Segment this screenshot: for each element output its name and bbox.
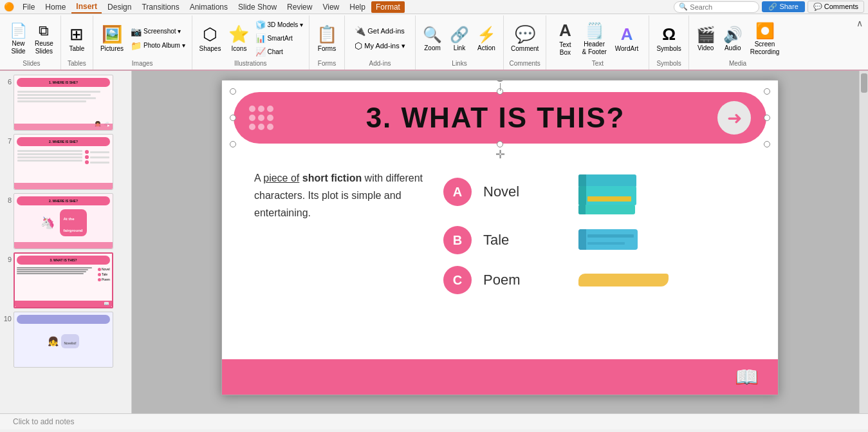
answer-text-a: Novel (483, 183, 554, 200)
reuse-slides-button[interactable]: ⧉ Reuse Slides (32, 21, 57, 57)
question-text-block[interactable]: A piece of short fiction with different … (254, 169, 428, 222)
header-footer-button[interactable]: 🗒️ Header & Footer (578, 20, 609, 57)
arrow-right-icon: ➜ (727, 108, 742, 129)
search-input[interactable] (690, 3, 754, 11)
insert-menu[interactable]: Insert (71, 1, 102, 14)
forms-button[interactable]: 📋 Forms (313, 23, 340, 54)
selection-handle-topright[interactable] (764, 88, 770, 95)
ribbon-group-addins: 🔌 Get Add-ins ⬡ My Add-ins ▾ Add-ins (345, 15, 416, 70)
arrow-right-button[interactable]: ➜ (717, 101, 751, 135)
selection-handle-right[interactable] (764, 115, 770, 121)
comments-button[interactable]: 💬 Comments (808, 1, 864, 13)
search-box[interactable]: 🔍 (674, 1, 759, 13)
ribbon-group-comments: 💬 Comment Comments (504, 15, 546, 70)
chart-button[interactable]: 📈 Chart (254, 46, 305, 58)
pictures-button[interactable]: 🖼️ Pictures (97, 23, 127, 54)
link-button[interactable]: 🔗 Link (447, 24, 472, 53)
notes-placeholder: Click to add notes (13, 417, 74, 426)
slide-9-thumbnail: 3. WHAT IS THIS? Novel Tale Poem (14, 252, 113, 308)
forms-icon: 📋 (317, 24, 337, 44)
selection-handle-left[interactable] (230, 115, 236, 121)
shapes-button[interactable]: ⬡ Shapes (196, 23, 225, 54)
notes-bar[interactable]: Click to add notes (0, 413, 868, 429)
format-menu[interactable]: Format (371, 1, 405, 13)
ribbon-group-images: 🖼️ Pictures 📷 Screenshot ▾ 📁 Photo Album… (93, 15, 192, 70)
slide-thumb-9[interactable]: 9 3. WHAT IS THIS? Novel Tale Poem (3, 252, 129, 308)
zoom-button[interactable]: 🔍 Zoom (420, 24, 445, 53)
selection-handle-bottomright[interactable] (764, 141, 770, 147)
title-bar: 🟠 File Home Insert Design Transitions An… (0, 0, 868, 14)
symbols-group-label: Symbols (656, 60, 681, 68)
slide-panel: 6 1. WHERE IS SHE? 👧 ☁️ ▸ (0, 71, 132, 413)
rotation-handle[interactable]: ↻ (495, 80, 504, 91)
video-button[interactable]: 🎬 Video (693, 24, 719, 53)
slide-9-number: 9 (3, 252, 12, 263)
view-menu[interactable]: View (318, 1, 344, 13)
smartart-button[interactable]: 📊 SmartArt (254, 32, 305, 44)
screenshot-icon: 📷 (131, 26, 142, 37)
slide-10-number: 10 (3, 312, 12, 323)
table-icon: ⊞ (69, 24, 84, 44)
ribbon-group-illustrations: ⬡ Shapes ⭐ Icons 🧊 3D Models ▾ 📊 SmartAr… (192, 15, 310, 70)
slide-thumb-7[interactable]: 7 2. WHERE IS SHE? (3, 134, 129, 190)
screen-recording-button[interactable]: ⏺️ Screen Recording (747, 20, 783, 57)
share-icon: 🔗 (768, 3, 777, 10)
icons-button[interactable]: ⭐ Icons (225, 23, 252, 54)
screenshot-button[interactable]: 📷 Screenshot ▾ (128, 25, 187, 38)
file-menu[interactable]: File (18, 1, 39, 13)
chart-icon: 📈 (255, 47, 266, 57)
get-addins-button[interactable]: 🔌 Get Add-ins (352, 24, 407, 37)
design-menu[interactable]: Design (103, 1, 136, 13)
images-group-label: Images (132, 60, 153, 68)
link-icon: 🔗 (450, 26, 469, 44)
selection-handle-bottomleft[interactable] (230, 141, 236, 147)
wordart-button[interactable]: A WordArt (612, 23, 642, 54)
answer-badge-b: B (443, 226, 472, 254)
slide-thumb-10[interactable]: 10 👧 Novelist! (3, 312, 129, 368)
answer-text-b: Tale (483, 232, 554, 249)
header-footer-icon: 🗒️ (585, 22, 604, 40)
my-addins-icon: ⬡ (355, 41, 362, 51)
slide-8-thumbnail: 2. WHERE IS SHE? 🦄 At thefairground (14, 193, 113, 249)
question-text: A piece of short fiction with different … (254, 169, 428, 222)
answer-row-a[interactable]: A Novel (443, 169, 752, 214)
audio-button[interactable]: 🔊 Audio (720, 24, 746, 53)
slide-thumb-8[interactable]: 8 2. WHERE IS SHE? 🦄 At thefairground (3, 193, 129, 249)
review-menu[interactable]: Review (282, 1, 317, 13)
action-icon: ⚡ (477, 26, 496, 44)
screen-recording-icon: ⏺️ (755, 22, 775, 40)
3d-models-button[interactable]: 🧊 3D Models ▾ (254, 19, 305, 31)
home-menu[interactable]: Home (41, 1, 70, 13)
move-handle[interactable]: ✛ (495, 147, 505, 162)
transitions-menu[interactable]: Transitions (137, 1, 183, 13)
app-logo: 🟠 (4, 2, 14, 12)
canvas-scrollbar[interactable] (859, 71, 868, 413)
table-button[interactable]: ⊞ Table (66, 23, 88, 54)
animations-menu[interactable]: Animations (185, 1, 232, 13)
selection-handle-topleft[interactable] (230, 88, 236, 95)
selection-handle-bottom[interactable] (497, 141, 503, 147)
answer-row-c[interactable]: C Poem (443, 266, 752, 294)
comments-ribbon-group-label: Comments (510, 60, 540, 68)
comment-button[interactable]: 💬 Comment (508, 23, 542, 54)
links-group-label: Links (452, 60, 466, 68)
open-book-footer-icon: 📖 (735, 366, 759, 388)
text-group-label: Text (592, 60, 604, 68)
symbols-button[interactable]: Ω Symbols (653, 23, 684, 54)
text-box-button[interactable]: A Text Box (553, 19, 577, 58)
help-menu[interactable]: Help (345, 1, 370, 13)
slide-10-thumbnail: 👧 Novelist! (14, 312, 113, 368)
answer-text-c: Poem (483, 272, 554, 288)
answers-block: A Novel (443, 169, 752, 294)
photo-album-button[interactable]: 📁 Photo Album ▾ (128, 39, 187, 52)
ribbon-collapse-button[interactable]: ∧ (854, 15, 865, 70)
ribbon: 📄 New Slide ⧉ Reuse Slides Slides ⊞ Tabl… (0, 14, 868, 71)
slide-thumb-6[interactable]: 6 1. WHERE IS SHE? 👧 ☁️ ▸ (3, 75, 129, 131)
ribbon-group-tables: ⊞ Table Tables (61, 15, 93, 70)
answer-row-b[interactable]: B Tale (443, 226, 752, 254)
action-button[interactable]: ⚡ Action (474, 24, 499, 53)
new-slide-button[interactable]: 📄 New Slide (6, 21, 30, 57)
my-addins-button[interactable]: ⬡ My Add-ins ▾ (352, 39, 407, 52)
slideshow-menu[interactable]: Slide Show (234, 1, 281, 13)
share-button[interactable]: 🔗 Share (762, 1, 804, 12)
